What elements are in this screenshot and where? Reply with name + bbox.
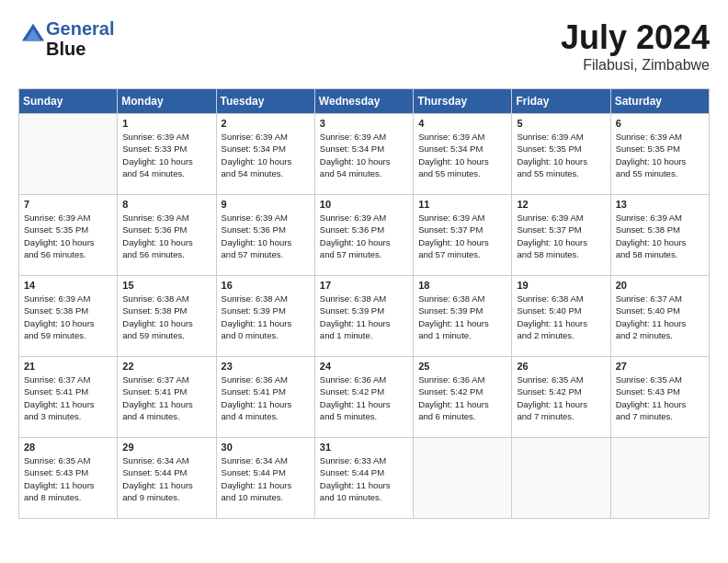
logo-icon [20,22,46,48]
column-header-wednesday: Wednesday [314,89,413,114]
day-cell [414,438,512,519]
day-number: 22 [122,361,210,372]
day-number: 17 [320,280,408,291]
day-detail: Sunrise: 6:39 AM Sunset: 5:33 PM Dayligh… [122,131,210,179]
day-cell: 24Sunrise: 6:36 AM Sunset: 5:42 PM Dayli… [314,357,413,438]
day-cell: 23Sunrise: 6:36 AM Sunset: 5:41 PM Dayli… [216,357,314,438]
day-detail: Sunrise: 6:33 AM Sunset: 5:44 PM Dayligh… [320,454,408,503]
day-cell: 4Sunrise: 6:39 AM Sunset: 5:34 PM Daylig… [414,114,512,195]
day-cell: 20Sunrise: 6:37 AM Sunset: 5:40 PM Dayli… [610,276,709,357]
column-header-sunday: Sunday [19,89,118,114]
day-number: 21 [24,361,112,372]
day-number: 30 [222,442,310,453]
day-cell: 28Sunrise: 6:35 AM Sunset: 5:43 PM Dayli… [19,438,118,519]
month-year: July 2024 [561,18,710,57]
day-detail: Sunrise: 6:35 AM Sunset: 5:43 PM Dayligh… [616,373,704,422]
day-number: 12 [517,199,605,210]
title-block: July 2024 Filabusi, Zimbabwe [561,18,710,74]
day-number: 11 [418,199,506,210]
day-number: 25 [418,361,506,372]
day-detail: Sunrise: 6:39 AM Sunset: 5:38 PM Dayligh… [616,212,704,260]
column-header-saturday: Saturday [610,89,709,114]
day-number: 2 [222,118,310,129]
day-detail: Sunrise: 6:39 AM Sunset: 5:35 PM Dayligh… [517,131,605,179]
day-detail: Sunrise: 6:39 AM Sunset: 5:35 PM Dayligh… [24,212,112,260]
day-number: 4 [418,118,506,129]
day-number: 28 [24,442,112,453]
day-detail: Sunrise: 6:39 AM Sunset: 5:34 PM Dayligh… [320,131,408,179]
day-cell: 18Sunrise: 6:38 AM Sunset: 5:39 PM Dayli… [414,276,512,357]
day-cell: 29Sunrise: 6:34 AM Sunset: 5:44 PM Dayli… [118,438,216,519]
logo-blue: Blue [46,39,114,59]
day-detail: Sunrise: 6:38 AM Sunset: 5:39 PM Dayligh… [418,293,506,341]
day-number: 15 [122,280,210,291]
day-number: 27 [616,361,704,372]
day-number: 19 [517,280,605,291]
day-number: 6 [616,118,704,129]
day-number: 5 [517,118,605,129]
day-number: 13 [616,199,704,210]
day-number: 29 [122,442,210,453]
day-cell: 16Sunrise: 6:38 AM Sunset: 5:39 PM Dayli… [216,276,314,357]
day-cell: 19Sunrise: 6:38 AM Sunset: 5:40 PM Dayli… [512,276,610,357]
day-detail: Sunrise: 6:36 AM Sunset: 5:42 PM Dayligh… [418,373,506,422]
day-detail: Sunrise: 6:39 AM Sunset: 5:36 PM Dayligh… [122,212,210,260]
day-detail: Sunrise: 6:38 AM Sunset: 5:38 PM Dayligh… [122,293,210,341]
day-detail: Sunrise: 6:39 AM Sunset: 5:34 PM Dayligh… [418,131,506,179]
day-number: 1 [122,118,210,129]
day-detail: Sunrise: 6:38 AM Sunset: 5:39 PM Dayligh… [222,293,310,341]
day-cell: 26Sunrise: 6:35 AM Sunset: 5:42 PM Dayli… [512,357,610,438]
location: Filabusi, Zimbabwe [561,57,710,74]
day-cell [512,438,610,519]
day-number: 26 [517,361,605,372]
calendar-header-row: SundayMondayTuesdayWednesdayThursdayFrid… [19,89,710,114]
day-number: 9 [222,199,310,210]
day-cell: 31Sunrise: 6:33 AM Sunset: 5:44 PM Dayli… [314,438,413,519]
week-row-5: 28Sunrise: 6:35 AM Sunset: 5:43 PM Dayli… [19,438,710,519]
day-cell: 1Sunrise: 6:39 AM Sunset: 5:33 PM Daylig… [118,114,216,195]
logo-general: General [46,18,114,39]
day-detail: Sunrise: 6:39 AM Sunset: 5:38 PM Dayligh… [24,293,112,341]
day-number: 16 [222,280,310,291]
page-header: General Blue July 2024 Filabusi, Zimbabw… [18,18,710,74]
day-cell: 27Sunrise: 6:35 AM Sunset: 5:43 PM Dayli… [610,357,709,438]
day-detail: Sunrise: 6:39 AM Sunset: 5:37 PM Dayligh… [517,212,605,260]
day-number: 8 [122,199,210,210]
day-detail: Sunrise: 6:39 AM Sunset: 5:36 PM Dayligh… [222,212,310,260]
day-number: 14 [24,280,112,291]
day-cell: 8Sunrise: 6:39 AM Sunset: 5:36 PM Daylig… [118,195,216,276]
day-detail: Sunrise: 6:36 AM Sunset: 5:41 PM Dayligh… [222,373,310,422]
day-detail: Sunrise: 6:34 AM Sunset: 5:44 PM Dayligh… [222,454,310,503]
column-header-tuesday: Tuesday [216,89,314,114]
day-cell [19,114,118,195]
day-detail: Sunrise: 6:37 AM Sunset: 5:41 PM Dayligh… [122,373,210,422]
column-header-friday: Friday [512,89,610,114]
day-number: 18 [418,280,506,291]
day-cell: 14Sunrise: 6:39 AM Sunset: 5:38 PM Dayli… [19,276,118,357]
day-cell: 3Sunrise: 6:39 AM Sunset: 5:34 PM Daylig… [314,114,413,195]
day-detail: Sunrise: 6:35 AM Sunset: 5:42 PM Dayligh… [517,373,605,422]
day-cell: 5Sunrise: 6:39 AM Sunset: 5:35 PM Daylig… [512,114,610,195]
day-cell: 10Sunrise: 6:39 AM Sunset: 5:36 PM Dayli… [314,195,413,276]
day-cell: 12Sunrise: 6:39 AM Sunset: 5:37 PM Dayli… [512,195,610,276]
day-cell: 17Sunrise: 6:38 AM Sunset: 5:39 PM Dayli… [314,276,413,357]
day-cell: 13Sunrise: 6:39 AM Sunset: 5:38 PM Dayli… [610,195,709,276]
week-row-3: 14Sunrise: 6:39 AM Sunset: 5:38 PM Dayli… [19,276,710,357]
day-number: 3 [320,118,408,129]
day-detail: Sunrise: 6:39 AM Sunset: 5:37 PM Dayligh… [418,212,506,260]
day-detail: Sunrise: 6:39 AM Sunset: 5:36 PM Dayligh… [320,212,408,260]
day-cell: 11Sunrise: 6:39 AM Sunset: 5:37 PM Dayli… [414,195,512,276]
day-cell: 7Sunrise: 6:39 AM Sunset: 5:35 PM Daylig… [19,195,118,276]
day-cell: 15Sunrise: 6:38 AM Sunset: 5:38 PM Dayli… [118,276,216,357]
day-number: 23 [222,361,310,372]
day-number: 20 [616,280,704,291]
day-number: 10 [320,199,408,210]
logo: General Blue [18,18,114,59]
day-cell: 25Sunrise: 6:36 AM Sunset: 5:42 PM Dayli… [414,357,512,438]
day-cell: 21Sunrise: 6:37 AM Sunset: 5:41 PM Dayli… [19,357,118,438]
day-number: 24 [320,361,408,372]
day-detail: Sunrise: 6:37 AM Sunset: 5:40 PM Dayligh… [616,293,704,341]
day-number: 7 [24,199,112,210]
calendar-table: SundayMondayTuesdayWednesdayThursdayFrid… [18,88,710,519]
day-cell [610,438,709,519]
